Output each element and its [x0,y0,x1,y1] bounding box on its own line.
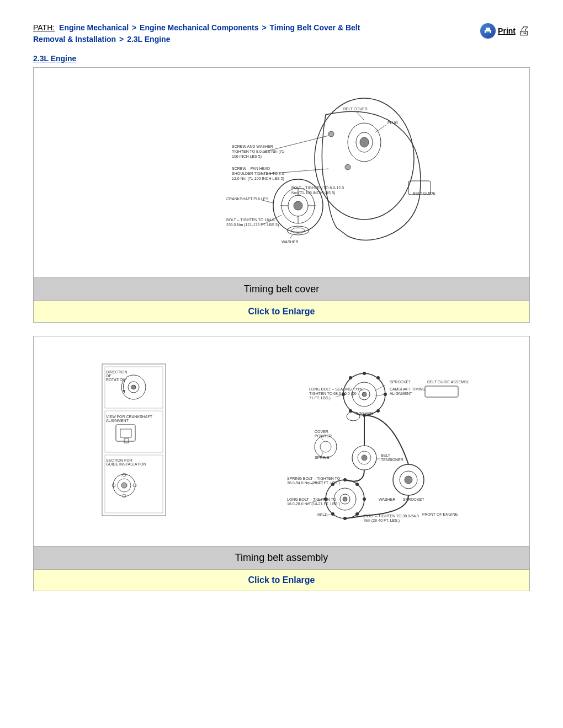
timing-belt-assembly-enlarge-bar[interactable]: Click to Enlarge [34,569,529,591]
timing-belt-assembly-diagram: DIRECTION OF ROTATION VIEW FOR CRANKSHAF… [94,353,469,529]
timing-belt-cover-enlarge-bar[interactable]: Click to Enlarge [34,301,529,322]
svg-text:106 INCH LBS 5): 106 INCH LBS 5) [232,154,262,159]
svg-text:WASHER: WASHER [356,411,373,415]
timing-belt-assembly-caption: Timing belt assembly [34,546,529,569]
path-label: PATH: [33,23,55,32]
svg-point-97 [355,483,359,486]
svg-point-19 [328,131,334,137]
svg-rect-43 [94,353,469,529]
svg-text:LONG BOLT – SEALING TYPE: LONG BOLT – SEALING TYPE [309,387,363,391]
svg-text:PLUG: PLUG [387,121,398,125]
svg-text:OF: OF [106,374,111,378]
svg-text:LONG BOLT – TIGHTEN TO: LONG BOLT – TIGHTEN TO [287,497,337,501]
svg-text:SPROCKET: SPROCKET [390,380,411,384]
timing-belt-assembly-image-area: DIRECTION OF ROTATION VIEW FOR CRANKSHAF… [34,336,529,546]
svg-text:SECTION FOR: SECTION FOR [106,458,132,462]
svg-text:18.0-28.0 Nm (14-21 FT. LBS.): 18.0-28.0 Nm (14-21 FT. LBS.) [287,502,340,506]
svg-text:12.0 Nm (71-106 INCH LBS 5): 12.0 Nm (71-106 INCH LBS 5) [232,176,284,181]
svg-rect-1 [486,31,490,33]
section-title: 2.3L Engine [33,54,530,63]
svg-point-95 [343,497,347,501]
svg-text:BOLT – TIGHTEN TO 164.0-: BOLT – TIGHTEN TO 164.0- [226,218,276,222]
print-button[interactable]: Print 🖨 [480,23,530,39]
sep-2: > [132,23,139,32]
svg-text:71 FT. LBS.): 71 FT. LBS.) [309,396,331,400]
svg-text:WASHER: WASHER [379,497,395,501]
svg-text:COVER: COVER [315,430,328,433]
svg-rect-2 [486,31,487,32]
svg-text:BELT: BELT [381,453,391,457]
svg-text:235.0 Nm (121-173 FT. LBS 5): 235.0 Nm (121-173 FT. LBS 5) [226,223,279,227]
svg-text:DIRECTION: DIRECTION [106,370,128,374]
svg-point-75 [376,409,380,413]
svg-text:TIGHTEN TO 8.0-12.0 Nm (71-: TIGHTEN TO 8.0-12.0 Nm (71- [232,149,286,154]
breadcrumb-timing-belt-cover-belt[interactable]: Timing Belt Cover & Belt [270,23,360,32]
breadcrumb-engine-mechanical-components[interactable]: Engine Mechanical Components [140,23,258,32]
breadcrumb-engine-mechanical[interactable]: Engine Mechanical [59,23,129,32]
svg-text:BELT COVER: BELT COVER [343,107,368,111]
breadcrumb-row: PATH: Engine Mechanical > Engine Mechani… [33,22,530,45]
svg-point-73 [376,376,380,379]
svg-text:ALIGNMENT: ALIGNMENT [390,392,413,395]
svg-text:GUIDE INSTALLATION: GUIDE INSTALLATION [106,462,146,466]
svg-text:CRANKSHAFT PULLEY: CRANKSHAFT PULLEY [226,197,268,201]
svg-point-72 [363,372,366,375]
svg-text:SPRING BOLT – TIGHTEN TO: SPRING BOLT – TIGHTEN TO [287,477,341,480]
svg-point-71 [362,392,367,397]
svg-text:Nm (28-40 FT. LBS.): Nm (28-40 FT. LBS.) [364,518,400,523]
svg-text:SPROCKET: SPROCKET [403,497,424,501]
breadcrumb-removal-installation[interactable]: Removal & Installation [33,35,116,44]
svg-text:SPRING: SPRING [315,456,330,459]
svg-text:POINTER: POINTER [315,434,332,438]
svg-text:BELT: BELT [317,513,327,517]
print-icon-circle [480,23,496,39]
svg-point-79 [349,376,352,379]
svg-point-99 [355,512,359,516]
svg-text:BOLT – TIGHTEN TO 8.0-12.0: BOLT – TIGHTEN TO 8.0-12.0 [291,186,344,190]
svg-text:TENSIONER: TENSIONER [381,458,403,462]
timing-belt-cover-image-area: BELT COVER PLUG SCREW AND WASHER TIGHTEN… [34,68,529,277]
svg-text:Nm (71-106 INCH LBS 5): Nm (71-106 INCH LBS 5) [291,191,335,195]
svg-point-101 [331,512,334,516]
breadcrumb: PATH: Engine Mechanical > Engine Mechani… [33,22,360,45]
print-label: Print [498,26,516,35]
sep-4: > [119,35,126,44]
svg-text:BELT GUIDE: BELT GUIDE [413,191,435,195]
timing-belt-cover-caption: Timing belt cover [34,277,529,301]
svg-point-63 [121,483,127,488]
svg-text:VIEW FOR CRANKSHAFT: VIEW FOR CRANKSHAFT [106,415,153,419]
svg-text:FRONT OF ENGINE: FRONT OF ENGINE [422,512,458,516]
breadcrumb-23l-engine[interactable]: 2.3L Engine [127,35,170,44]
svg-point-7 [360,137,369,147]
svg-point-89 [362,455,367,461]
sep-3: > [262,23,268,32]
printer-icon: 🖨 [518,24,530,38]
svg-text:SHOULDER TIGHTEN TO 8.0-: SHOULDER TIGHTEN TO 8.0- [232,172,286,175]
svg-text:ROTATION: ROTATION [106,378,125,382]
svg-text:BOLT – TIGHTEN TO 38.0-54.0: BOLT – TIGHTEN TO 38.0-54.0 [364,514,419,518]
svg-text:SCREW AND WASHER: SCREW AND WASHER [232,144,273,148]
timing-belt-assembly-enlarge-link[interactable]: Click to Enlarge [248,575,315,585]
svg-point-11 [294,201,302,210]
timing-belt-assembly-card: DIRECTION OF ROTATION VIEW FOR CRANKSHAF… [33,336,530,591]
timing-belt-cover-diagram: BELT COVER PLUG SCREW AND WASHER TIGHTEN… [94,84,469,261]
svg-point-106 [405,476,412,484]
svg-text:WASHER: WASHER [282,240,298,244]
svg-point-98 [363,497,366,501]
svg-point-48 [131,385,136,389]
timing-belt-cover-card: BELT COVER PLUG SCREW AND WASHER TIGHTEN… [33,67,530,323]
timing-belt-cover-enlarge-link[interactable]: Click to Enlarge [248,307,315,316]
svg-text:SCREW – PAN HEAD: SCREW – PAN HEAD [232,167,270,170]
svg-text:BELT GUIDE ASSEMBLY: BELT GUIDE ASSEMBLY [427,380,469,384]
svg-point-20 [345,164,350,170]
svg-text:TIGHTEN TO 68.0-96.0 (50: TIGHTEN TO 68.0-96.0 (50 [309,392,357,396]
svg-text:ALIGNMENT: ALIGNMENT [106,419,129,422]
svg-text:CAMSHAFT TIMING: CAMSHAFT TIMING [390,387,426,391]
